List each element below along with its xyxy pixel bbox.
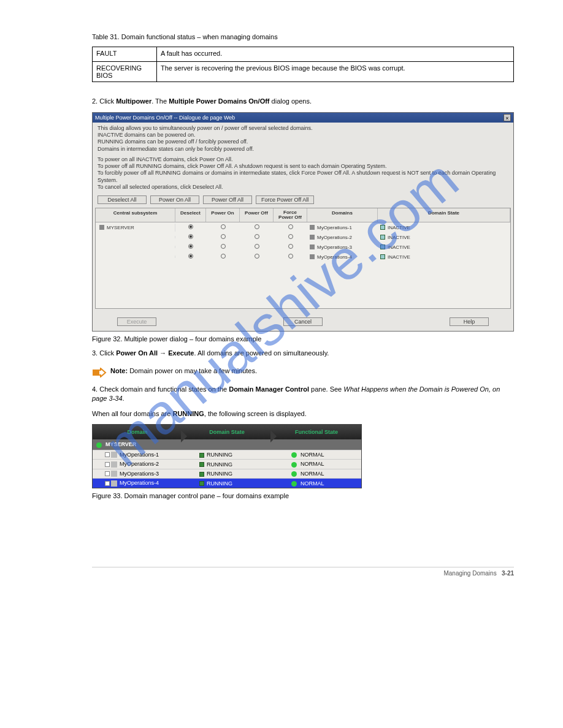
radio-force[interactable]	[288, 254, 293, 259]
close-icon[interactable]: ×	[504, 114, 511, 121]
domain-row[interactable]: MyOperations-2 RUNNING NORMAL	[93, 459, 361, 469]
step-text: 2. Click Multipower. The Multiple Power …	[92, 97, 514, 106]
grid-header: Central subsystem Deselect Power On Powe…	[96, 208, 510, 222]
tree-icon	[105, 462, 110, 467]
server-icon	[99, 225, 104, 230]
state-icon	[380, 254, 385, 259]
os-icon	[111, 480, 117, 487]
status-dot-icon	[291, 462, 297, 468]
radio-deselect[interactable]	[188, 244, 193, 249]
server-row[interactable]: MYSERVER	[93, 439, 361, 449]
os-icon	[111, 452, 117, 458]
state-icon	[380, 245, 385, 249]
dialog-grid: Central subsystem Deselect Power On Powe…	[95, 208, 511, 309]
tab-functional-state[interactable]: Functional State	[272, 429, 361, 435]
panel-body: MYSERVER MyOperations-1 RUNNING NORMAL M…	[93, 439, 361, 488]
radio-poweron[interactable]	[221, 244, 226, 249]
radio-force[interactable]	[288, 244, 293, 249]
dialog-bottom-buttons: Execute Cancel Help	[93, 310, 513, 331]
os-icon	[111, 461, 117, 468]
cancel-button[interactable]: Cancel	[283, 317, 323, 326]
status-name: FAULT	[93, 47, 157, 62]
radio-poweron[interactable]	[221, 254, 226, 259]
server-name: MYSERVER	[96, 224, 175, 232]
multiple-power-dialog: Multiple Power Domains On/Off -- Dialogu…	[92, 112, 514, 332]
tab-domain-state[interactable]: Domain State	[182, 429, 272, 435]
radio-poweroff[interactable]	[255, 254, 259, 259]
state-icon	[199, 462, 204, 467]
domain-manager-panel: Domain Domain State Functional State MYS…	[92, 424, 362, 488]
radio-poweroff[interactable]	[255, 224, 259, 229]
dialog-titlebar: Multiple Power Domains On/Off -- Dialogu…	[93, 113, 513, 123]
domain-icon	[310, 225, 315, 230]
status-dot-icon	[291, 452, 297, 458]
table-row: RECOVERING BIOS The server is recovering…	[93, 62, 514, 82]
state-cell: INACTIVE	[378, 224, 510, 232]
col-force: ForcePower Off	[274, 208, 307, 222]
grid-row: MyOperations-4 INACTIVE	[96, 252, 510, 262]
radio-deselect[interactable]	[188, 234, 193, 239]
step-text: When all four domains are RUNNING, the f…	[92, 409, 514, 419]
status-definitions-table: FAULT A fault has occurred. RECOVERING B…	[92, 47, 514, 82]
power-off-all-button[interactable]: Power Off All	[203, 195, 252, 204]
power-on-all-button[interactable]: Power On All	[150, 195, 199, 204]
col-domains: Domains	[307, 208, 378, 222]
domain-cell: MyOperations-1	[307, 224, 378, 232]
tree-icon	[105, 481, 110, 486]
grid-row: MyOperations-2 INACTIVE	[96, 232, 510, 242]
note-text: Domain power on may take a few minutes.	[129, 367, 257, 374]
status-dot-icon	[291, 471, 297, 477]
figure-caption: Figure 32. Multiple power dialog – four …	[92, 335, 514, 343]
domain-row[interactable]: MyOperations-3 RUNNING NORMAL	[93, 469, 361, 479]
status-dot-icon	[291, 481, 297, 487]
radio-poweron[interactable]	[221, 234, 226, 239]
state-icon	[199, 472, 204, 477]
grid-body: MYSERVER MyOperations-1 INACTIVE MyOpera…	[96, 222, 510, 308]
force-power-off-all-button[interactable]: Force Power Off All	[256, 195, 314, 204]
col-state: Domain State	[378, 208, 510, 222]
radio-poweron[interactable]	[221, 224, 226, 229]
radio-force[interactable]	[288, 224, 293, 229]
dialog-intro: This dialog allows you to simultaneously…	[93, 123, 513, 193]
domain-icon	[310, 245, 315, 249]
figure-caption: Figure 33. Domain manager control pane –…	[92, 492, 514, 499]
note-block: Note: Domain power on may take a few min…	[92, 366, 514, 376]
status-name: RECOVERING BIOS	[93, 62, 157, 82]
col-poweroff: Power Off	[240, 208, 274, 222]
page-footer: Managing Domains 3-21	[92, 567, 514, 577]
state-icon	[380, 235, 385, 240]
deselect-all-button[interactable]: Deselect All	[98, 195, 147, 204]
radio-poweroff[interactable]	[255, 234, 259, 239]
step-text: 3. Click Power On All → Execute. All dom…	[92, 349, 514, 358]
dialog-title: Multiple Power Domains On/Off -- Dialogu…	[95, 115, 235, 121]
domain-row-selected[interactable]: MyOperations-4 RUNNING NORMAL	[93, 478, 361, 488]
tree-icon	[105, 471, 110, 476]
radio-poweroff[interactable]	[255, 244, 259, 249]
note-label: Note:	[110, 367, 128, 374]
radio-deselect[interactable]	[188, 254, 193, 259]
domain-icon	[310, 254, 315, 259]
radio-deselect[interactable]	[188, 224, 193, 229]
status-desc: The server is recovering the previous BI…	[157, 62, 514, 82]
tree-icon	[105, 452, 110, 457]
execute-button[interactable]: Execute	[117, 317, 156, 326]
domain-row[interactable]: MyOperations-1 RUNNING NORMAL	[93, 450, 361, 460]
pointing-hand-icon	[92, 368, 104, 376]
status-desc: A fault has occurred.	[157, 47, 514, 62]
col-deselect: Deselect	[175, 208, 206, 222]
radio-force[interactable]	[288, 234, 293, 239]
os-icon	[111, 471, 117, 477]
grid-row: MYSERVER MyOperations-1 INACTIVE	[96, 222, 510, 232]
table-caption: Table 31. Domain functional status – whe…	[92, 33, 514, 40]
dialog-top-buttons: Deselect All Power On All Power Off All …	[93, 193, 513, 207]
state-icon	[380, 225, 385, 230]
table-row: FAULT A fault has occurred.	[93, 47, 514, 62]
tab-domain[interactable]: Domain	[93, 429, 182, 435]
step-text: 4. Check domain and functional states on…	[92, 385, 514, 403]
panel-header: Domain Domain State Functional State	[93, 425, 361, 439]
help-button[interactable]: Help	[450, 317, 489, 326]
domain-icon	[310, 235, 315, 240]
state-icon	[199, 453, 204, 458]
status-dot-icon	[96, 442, 102, 448]
state-icon	[199, 481, 204, 486]
